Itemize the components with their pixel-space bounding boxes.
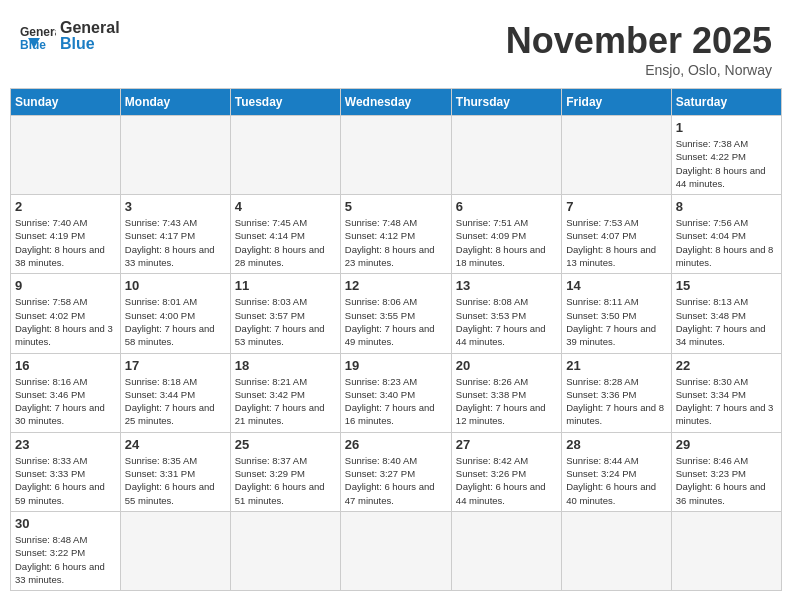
day-info: Sunrise: 7:40 AM Sunset: 4:19 PM Dayligh… <box>15 216 116 269</box>
calendar-cell: 5Sunrise: 7:48 AM Sunset: 4:12 PM Daylig… <box>340 195 451 274</box>
day-number: 10 <box>125 278 226 293</box>
calendar-cell <box>562 116 671 195</box>
calendar-cell: 24Sunrise: 8:35 AM Sunset: 3:31 PM Dayli… <box>120 432 230 511</box>
calendar-cell: 18Sunrise: 8:21 AM Sunset: 3:42 PM Dayli… <box>230 353 340 432</box>
day-info: Sunrise: 8:23 AM Sunset: 3:40 PM Dayligh… <box>345 375 447 428</box>
calendar-cell: 7Sunrise: 7:53 AM Sunset: 4:07 PM Daylig… <box>562 195 671 274</box>
day-info: Sunrise: 8:08 AM Sunset: 3:53 PM Dayligh… <box>456 295 557 348</box>
day-number: 9 <box>15 278 116 293</box>
day-number: 7 <box>566 199 666 214</box>
day-info: Sunrise: 8:26 AM Sunset: 3:38 PM Dayligh… <box>456 375 557 428</box>
day-number: 13 <box>456 278 557 293</box>
day-info: Sunrise: 8:35 AM Sunset: 3:31 PM Dayligh… <box>125 454 226 507</box>
day-info: Sunrise: 8:18 AM Sunset: 3:44 PM Dayligh… <box>125 375 226 428</box>
calendar-cell: 6Sunrise: 7:51 AM Sunset: 4:09 PM Daylig… <box>451 195 561 274</box>
calendar-cell <box>451 116 561 195</box>
day-info: Sunrise: 7:58 AM Sunset: 4:02 PM Dayligh… <box>15 295 116 348</box>
calendar-cell <box>230 511 340 590</box>
calendar-cell: 25Sunrise: 8:37 AM Sunset: 3:29 PM Dayli… <box>230 432 340 511</box>
day-number: 1 <box>676 120 777 135</box>
day-number: 26 <box>345 437 447 452</box>
calendar-cell <box>120 116 230 195</box>
calendar-cell: 1Sunrise: 7:38 AM Sunset: 4:22 PM Daylig… <box>671 116 781 195</box>
day-info: Sunrise: 7:38 AM Sunset: 4:22 PM Dayligh… <box>676 137 777 190</box>
day-info: Sunrise: 8:37 AM Sunset: 3:29 PM Dayligh… <box>235 454 336 507</box>
calendar-cell: 29Sunrise: 8:46 AM Sunset: 3:23 PM Dayli… <box>671 432 781 511</box>
day-number: 21 <box>566 358 666 373</box>
day-number: 30 <box>15 516 116 531</box>
logo-blue: Blue <box>60 36 120 52</box>
calendar-cell: 11Sunrise: 8:03 AM Sunset: 3:57 PM Dayli… <box>230 274 340 353</box>
calendar-table: SundayMondayTuesdayWednesdayThursdayFrid… <box>10 88 782 591</box>
calendar-cell: 20Sunrise: 8:26 AM Sunset: 3:38 PM Dayli… <box>451 353 561 432</box>
day-info: Sunrise: 8:40 AM Sunset: 3:27 PM Dayligh… <box>345 454 447 507</box>
calendar-cell: 28Sunrise: 8:44 AM Sunset: 3:24 PM Dayli… <box>562 432 671 511</box>
calendar-cell: 14Sunrise: 8:11 AM Sunset: 3:50 PM Dayli… <box>562 274 671 353</box>
calendar-week-4: 23Sunrise: 8:33 AM Sunset: 3:33 PM Dayli… <box>11 432 782 511</box>
logo-general: General <box>60 20 120 36</box>
calendar-cell: 13Sunrise: 8:08 AM Sunset: 3:53 PM Dayli… <box>451 274 561 353</box>
day-info: Sunrise: 7:56 AM Sunset: 4:04 PM Dayligh… <box>676 216 777 269</box>
logo: General Blue General Blue <box>20 20 120 52</box>
day-info: Sunrise: 8:16 AM Sunset: 3:46 PM Dayligh… <box>15 375 116 428</box>
day-info: Sunrise: 8:48 AM Sunset: 3:22 PM Dayligh… <box>15 533 116 586</box>
title-block: November 2025 Ensjo, Oslo, Norway <box>506 20 772 78</box>
day-number: 11 <box>235 278 336 293</box>
day-number: 16 <box>15 358 116 373</box>
day-number: 29 <box>676 437 777 452</box>
day-info: Sunrise: 7:53 AM Sunset: 4:07 PM Dayligh… <box>566 216 666 269</box>
svg-text:Blue: Blue <box>20 38 46 50</box>
day-number: 5 <box>345 199 447 214</box>
day-info: Sunrise: 8:06 AM Sunset: 3:55 PM Dayligh… <box>345 295 447 348</box>
calendar-cell: 2Sunrise: 7:40 AM Sunset: 4:19 PM Daylig… <box>11 195 121 274</box>
day-number: 24 <box>125 437 226 452</box>
day-info: Sunrise: 8:01 AM Sunset: 4:00 PM Dayligh… <box>125 295 226 348</box>
calendar-cell: 16Sunrise: 8:16 AM Sunset: 3:46 PM Dayli… <box>11 353 121 432</box>
calendar-cell: 9Sunrise: 7:58 AM Sunset: 4:02 PM Daylig… <box>11 274 121 353</box>
calendar-cell: 17Sunrise: 8:18 AM Sunset: 3:44 PM Dayli… <box>120 353 230 432</box>
calendar-cell: 19Sunrise: 8:23 AM Sunset: 3:40 PM Dayli… <box>340 353 451 432</box>
calendar-week-1: 2Sunrise: 7:40 AM Sunset: 4:19 PM Daylig… <box>11 195 782 274</box>
day-number: 28 <box>566 437 666 452</box>
day-info: Sunrise: 7:43 AM Sunset: 4:17 PM Dayligh… <box>125 216 226 269</box>
calendar-cell <box>230 116 340 195</box>
calendar-cell <box>340 511 451 590</box>
calendar-cell <box>671 511 781 590</box>
day-info: Sunrise: 8:03 AM Sunset: 3:57 PM Dayligh… <box>235 295 336 348</box>
day-info: Sunrise: 8:28 AM Sunset: 3:36 PM Dayligh… <box>566 375 666 428</box>
page-header: General Blue General Blue November 2025 … <box>10 10 782 83</box>
day-info: Sunrise: 8:44 AM Sunset: 3:24 PM Dayligh… <box>566 454 666 507</box>
day-info: Sunrise: 8:21 AM Sunset: 3:42 PM Dayligh… <box>235 375 336 428</box>
day-number: 15 <box>676 278 777 293</box>
day-number: 22 <box>676 358 777 373</box>
calendar-cell: 10Sunrise: 8:01 AM Sunset: 4:00 PM Dayli… <box>120 274 230 353</box>
calendar-cell: 3Sunrise: 7:43 AM Sunset: 4:17 PM Daylig… <box>120 195 230 274</box>
weekday-header-row: SundayMondayTuesdayWednesdayThursdayFrid… <box>11 89 782 116</box>
day-number: 12 <box>345 278 447 293</box>
svg-text:General: General <box>20 25 56 39</box>
weekday-header-friday: Friday <box>562 89 671 116</box>
calendar-cell: 22Sunrise: 8:30 AM Sunset: 3:34 PM Dayli… <box>671 353 781 432</box>
day-info: Sunrise: 8:33 AM Sunset: 3:33 PM Dayligh… <box>15 454 116 507</box>
day-number: 23 <box>15 437 116 452</box>
day-number: 4 <box>235 199 336 214</box>
day-number: 27 <box>456 437 557 452</box>
calendar-cell: 15Sunrise: 8:13 AM Sunset: 3:48 PM Dayli… <box>671 274 781 353</box>
month-title: November 2025 <box>506 20 772 62</box>
calendar-week-5: 30Sunrise: 8:48 AM Sunset: 3:22 PM Dayli… <box>11 511 782 590</box>
day-info: Sunrise: 7:45 AM Sunset: 4:14 PM Dayligh… <box>235 216 336 269</box>
weekday-header-tuesday: Tuesday <box>230 89 340 116</box>
calendar-cell: 4Sunrise: 7:45 AM Sunset: 4:14 PM Daylig… <box>230 195 340 274</box>
calendar-week-3: 16Sunrise: 8:16 AM Sunset: 3:46 PM Dayli… <box>11 353 782 432</box>
day-number: 8 <box>676 199 777 214</box>
calendar-cell: 8Sunrise: 7:56 AM Sunset: 4:04 PM Daylig… <box>671 195 781 274</box>
day-info: Sunrise: 8:11 AM Sunset: 3:50 PM Dayligh… <box>566 295 666 348</box>
day-info: Sunrise: 7:51 AM Sunset: 4:09 PM Dayligh… <box>456 216 557 269</box>
location: Ensjo, Oslo, Norway <box>506 62 772 78</box>
weekday-header-saturday: Saturday <box>671 89 781 116</box>
calendar-cell: 12Sunrise: 8:06 AM Sunset: 3:55 PM Dayli… <box>340 274 451 353</box>
weekday-header-monday: Monday <box>120 89 230 116</box>
day-number: 20 <box>456 358 557 373</box>
calendar-cell <box>562 511 671 590</box>
calendar-cell: 23Sunrise: 8:33 AM Sunset: 3:33 PM Dayli… <box>11 432 121 511</box>
